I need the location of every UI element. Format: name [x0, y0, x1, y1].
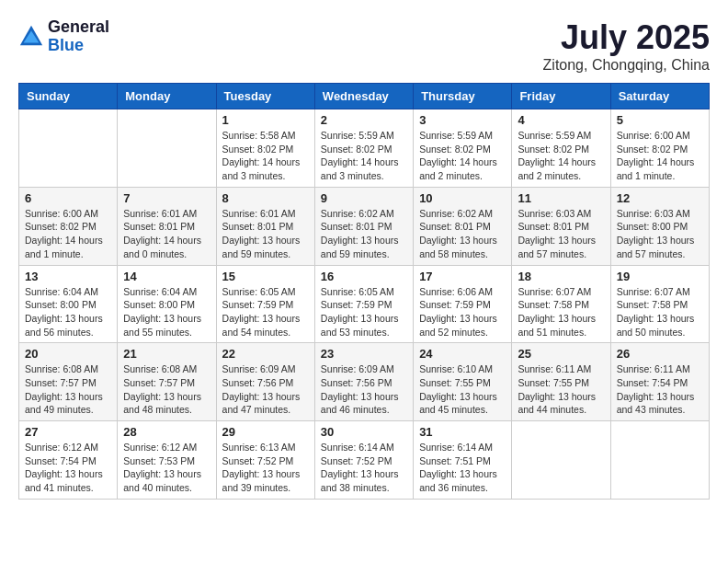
day-header-monday: Monday [118, 84, 216, 109]
day-info: Sunrise: 6:03 AM Sunset: 8:00 PM Dayligh… [617, 207, 703, 261]
day-info: Sunrise: 6:08 AM Sunset: 7:57 PM Dayligh… [123, 362, 210, 417]
day-number: 4 [518, 113, 604, 127]
day-info: Sunrise: 6:00 AM Sunset: 8:02 PM Dayligh… [25, 207, 111, 261]
day-number: 31 [419, 425, 506, 439]
day-info: Sunrise: 5:59 AM Sunset: 8:02 PM Dayligh… [321, 129, 407, 183]
day-info: Sunrise: 6:08 AM Sunset: 7:57 PM Dayligh… [25, 362, 111, 417]
calendar-cell: 18Sunrise: 6:07 AM Sunset: 7:58 PM Dayli… [512, 265, 610, 343]
logo-general: General [48, 18, 109, 37]
calendar-cell: 17Sunrise: 6:06 AM Sunset: 7:59 PM Dayli… [414, 265, 512, 343]
day-number: 2 [321, 113, 407, 127]
week-row-4: 20Sunrise: 6:08 AM Sunset: 7:57 PM Dayli… [19, 343, 710, 421]
day-number: 26 [617, 347, 703, 361]
calendar-cell: 11Sunrise: 6:03 AM Sunset: 8:01 PM Dayli… [512, 187, 610, 265]
day-header-thursday: Thursday [414, 84, 512, 109]
day-info: Sunrise: 6:07 AM Sunset: 7:58 PM Dayligh… [617, 285, 703, 339]
calendar-cell: 15Sunrise: 6:05 AM Sunset: 7:59 PM Dayli… [216, 265, 314, 343]
day-number: 3 [419, 113, 506, 127]
day-info: Sunrise: 6:05 AM Sunset: 7:59 PM Dayligh… [321, 285, 407, 339]
day-header-saturday: Saturday [610, 84, 709, 109]
day-info: Sunrise: 6:14 AM Sunset: 7:51 PM Dayligh… [419, 441, 506, 495]
calendar-cell: 1Sunrise: 5:58 AM Sunset: 8:02 PM Daylig… [216, 109, 314, 188]
week-row-1: 1Sunrise: 5:58 AM Sunset: 8:02 PM Daylig… [19, 109, 710, 188]
day-number: 11 [518, 191, 604, 205]
calendar-cell: 13Sunrise: 6:04 AM Sunset: 8:00 PM Dayli… [19, 265, 118, 343]
calendar-table: SundayMondayTuesdayWednesdayThursdayFrid… [18, 83, 710, 500]
day-info: Sunrise: 6:11 AM Sunset: 7:54 PM Dayligh… [617, 362, 703, 417]
calendar-cell: 23Sunrise: 6:09 AM Sunset: 7:56 PM Dayli… [314, 343, 413, 421]
title-block: July 2025 Zitong, Chongqing, China [543, 18, 710, 74]
calendar-cell: 31Sunrise: 6:14 AM Sunset: 7:51 PM Dayli… [414, 421, 512, 500]
day-number: 18 [518, 270, 604, 283]
calendar-cell: 22Sunrise: 6:09 AM Sunset: 7:56 PM Dayli… [216, 343, 314, 421]
calendar-cell: 27Sunrise: 6:12 AM Sunset: 7:54 PM Dayli… [19, 421, 118, 500]
day-header-wednesday: Wednesday [314, 84, 413, 109]
logo-blue: Blue [48, 37, 109, 55]
calendar-cell: 2Sunrise: 5:59 AM Sunset: 8:02 PM Daylig… [314, 109, 413, 188]
logo: General Blue [18, 18, 109, 55]
day-info: Sunrise: 6:13 AM Sunset: 7:52 PM Dayligh… [222, 441, 309, 495]
week-row-5: 27Sunrise: 6:12 AM Sunset: 7:54 PM Dayli… [19, 421, 710, 500]
day-number: 29 [222, 425, 309, 439]
calendar-cell: 29Sunrise: 6:13 AM Sunset: 7:52 PM Dayli… [216, 421, 314, 500]
day-info: Sunrise: 6:03 AM Sunset: 8:01 PM Dayligh… [518, 207, 604, 261]
day-number: 13 [25, 270, 111, 283]
day-info: Sunrise: 6:04 AM Sunset: 8:00 PM Dayligh… [123, 285, 210, 339]
days-header-row: SundayMondayTuesdayWednesdayThursdayFrid… [19, 84, 710, 109]
day-info: Sunrise: 6:05 AM Sunset: 7:59 PM Dayligh… [222, 285, 309, 339]
day-number: 7 [123, 191, 210, 205]
week-row-3: 13Sunrise: 6:04 AM Sunset: 8:00 PM Dayli… [19, 265, 710, 343]
calendar-subtitle: Zitong, Chongqing, China [543, 57, 710, 74]
day-info: Sunrise: 6:01 AM Sunset: 8:01 PM Dayligh… [123, 207, 210, 261]
calendar-cell [118, 109, 216, 188]
day-header-sunday: Sunday [19, 84, 118, 109]
calendar-cell: 5Sunrise: 6:00 AM Sunset: 8:02 PM Daylig… [610, 109, 709, 188]
day-number: 12 [617, 191, 703, 205]
day-info: Sunrise: 6:09 AM Sunset: 7:56 PM Dayligh… [321, 362, 407, 417]
calendar-cell: 24Sunrise: 6:10 AM Sunset: 7:55 PM Dayli… [414, 343, 512, 421]
calendar-cell: 8Sunrise: 6:01 AM Sunset: 8:01 PM Daylig… [216, 187, 314, 265]
calendar-cell: 16Sunrise: 6:05 AM Sunset: 7:59 PM Dayli… [314, 265, 413, 343]
logo-text: General Blue [48, 18, 109, 55]
calendar-cell [512, 421, 610, 500]
day-number: 20 [25, 347, 111, 361]
day-number: 24 [419, 347, 506, 361]
calendar-cell: 19Sunrise: 6:07 AM Sunset: 7:58 PM Dayli… [610, 265, 709, 343]
calendar-cell: 25Sunrise: 6:11 AM Sunset: 7:55 PM Dayli… [512, 343, 610, 421]
week-row-2: 6Sunrise: 6:00 AM Sunset: 8:02 PM Daylig… [19, 187, 710, 265]
day-number: 30 [321, 425, 407, 439]
day-number: 14 [123, 270, 210, 283]
day-info: Sunrise: 5:58 AM Sunset: 8:02 PM Dayligh… [222, 129, 309, 183]
calendar-cell: 21Sunrise: 6:08 AM Sunset: 7:57 PM Dayli… [118, 343, 216, 421]
calendar-cell: 9Sunrise: 6:02 AM Sunset: 8:01 PM Daylig… [314, 187, 413, 265]
day-number: 1 [222, 113, 309, 127]
day-info: Sunrise: 6:09 AM Sunset: 7:56 PM Dayligh… [222, 362, 309, 417]
day-info: Sunrise: 6:10 AM Sunset: 7:55 PM Dayligh… [419, 362, 506, 417]
calendar-body: 1Sunrise: 5:58 AM Sunset: 8:02 PM Daylig… [19, 109, 710, 500]
day-info: Sunrise: 6:06 AM Sunset: 7:59 PM Dayligh… [419, 285, 506, 339]
day-info: Sunrise: 6:12 AM Sunset: 7:54 PM Dayligh… [25, 441, 111, 495]
day-number: 25 [518, 347, 604, 361]
day-number: 21 [123, 347, 210, 361]
day-number: 6 [25, 191, 111, 205]
calendar-cell: 14Sunrise: 6:04 AM Sunset: 8:00 PM Dayli… [118, 265, 216, 343]
day-info: Sunrise: 6:11 AM Sunset: 7:55 PM Dayligh… [518, 362, 604, 417]
day-info: Sunrise: 6:02 AM Sunset: 8:01 PM Dayligh… [321, 207, 407, 261]
calendar-cell: 7Sunrise: 6:01 AM Sunset: 8:01 PM Daylig… [118, 187, 216, 265]
day-number: 9 [321, 191, 407, 205]
day-header-friday: Friday [512, 84, 610, 109]
day-info: Sunrise: 5:59 AM Sunset: 8:02 PM Dayligh… [419, 129, 506, 183]
day-header-tuesday: Tuesday [216, 84, 314, 109]
calendar-cell: 3Sunrise: 5:59 AM Sunset: 8:02 PM Daylig… [414, 109, 512, 188]
day-number: 15 [222, 270, 309, 283]
calendar-cell: 30Sunrise: 6:14 AM Sunset: 7:52 PM Dayli… [314, 421, 413, 500]
day-number: 8 [222, 191, 309, 205]
day-number: 28 [123, 425, 210, 439]
day-info: Sunrise: 6:04 AM Sunset: 8:00 PM Dayligh… [25, 285, 111, 339]
day-info: Sunrise: 6:02 AM Sunset: 8:01 PM Dayligh… [419, 207, 506, 261]
day-number: 17 [419, 270, 506, 283]
calendar-cell: 6Sunrise: 6:00 AM Sunset: 8:02 PM Daylig… [19, 187, 118, 265]
day-number: 27 [25, 425, 111, 439]
day-number: 23 [321, 347, 407, 361]
calendar-cell [19, 109, 118, 188]
